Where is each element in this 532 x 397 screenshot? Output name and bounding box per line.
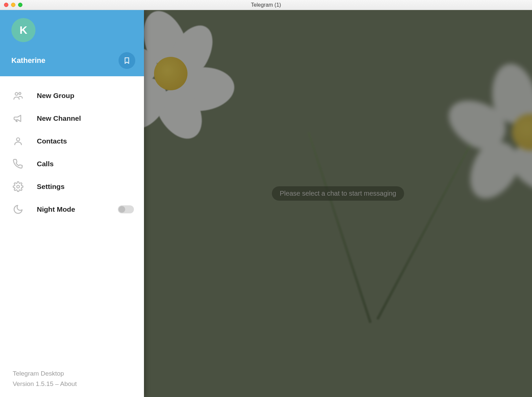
avatar-initial: K bbox=[19, 24, 27, 36]
group-icon bbox=[13, 90, 27, 101]
menu-item-contacts[interactable]: Contacts bbox=[0, 130, 144, 153]
window-titlebar: Telegram (1) bbox=[0, 0, 532, 10]
sidebar-footer: Telegram Desktop Version 1.5.15 – About bbox=[0, 369, 144, 397]
menu-list: New Group New Channel Contacts Calls bbox=[0, 76, 144, 369]
traffic-lights bbox=[4, 3, 22, 7]
person-icon bbox=[13, 136, 27, 146]
window-maximize-button[interactable] bbox=[18, 3, 22, 7]
gear-icon bbox=[13, 181, 27, 192]
window-minimize-button[interactable] bbox=[11, 3, 15, 7]
menu-label: New Group bbox=[37, 92, 74, 100]
app-name-label: Telegram Desktop bbox=[13, 369, 144, 379]
menu-item-settings[interactable]: Settings bbox=[0, 175, 144, 198]
drawer-dim-overlay[interactable] bbox=[144, 10, 532, 397]
version-about-link[interactable]: Version 1.5.15 – About bbox=[13, 379, 144, 389]
profile-username[interactable]: Katherine bbox=[11, 56, 45, 65]
menu-item-calls[interactable]: Calls bbox=[0, 153, 144, 175]
menu-label: New Channel bbox=[37, 114, 81, 122]
menu-label: Contacts bbox=[37, 137, 67, 145]
menu-label: Night Mode bbox=[37, 205, 75, 213]
menu-label: Calls bbox=[37, 160, 54, 168]
bookmark-icon bbox=[123, 57, 131, 64]
sidebar-drawer: K Katherine New Group New Channel bbox=[0, 10, 144, 397]
menu-item-night-mode[interactable]: Night Mode bbox=[0, 198, 144, 221]
chat-area: Please select a chat to start messaging bbox=[144, 10, 532, 397]
menu-label: Settings bbox=[37, 183, 65, 191]
sidebar-header: K Katherine bbox=[0, 10, 144, 76]
svg-point-1 bbox=[19, 92, 21, 94]
saved-messages-button[interactable] bbox=[119, 52, 135, 69]
menu-item-new-channel[interactable]: New Channel bbox=[0, 107, 144, 130]
night-mode-toggle[interactable] bbox=[118, 205, 134, 213]
moon-icon bbox=[13, 204, 27, 215]
megaphone-icon bbox=[13, 113, 27, 124]
avatar[interactable]: K bbox=[11, 18, 35, 42]
phone-icon bbox=[13, 159, 27, 169]
svg-point-3 bbox=[17, 185, 19, 188]
svg-point-2 bbox=[16, 138, 19, 141]
window-close-button[interactable] bbox=[4, 3, 8, 7]
svg-point-0 bbox=[15, 93, 18, 95]
window-title: Telegram (1) bbox=[0, 2, 532, 8]
menu-item-new-group[interactable]: New Group bbox=[0, 84, 144, 107]
